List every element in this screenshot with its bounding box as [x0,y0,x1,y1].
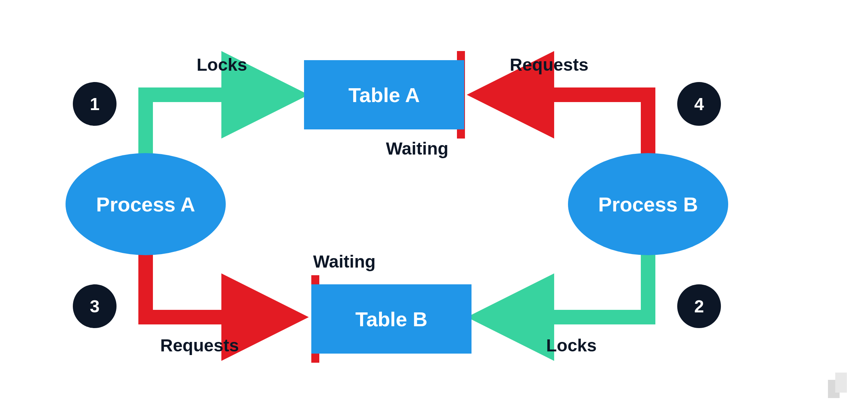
process-a-label: Process A [96,192,195,216]
step-2-label: 2 [694,296,704,316]
step-2: 2 [677,284,721,328]
table-b-label: Table B [355,307,427,331]
step-3: 3 [73,284,117,328]
process-b: Process B [568,153,728,255]
svg-rect-1 [835,373,847,393]
label-locks-bottom: Locks [546,335,597,355]
process-b-label: Process B [598,192,698,216]
label-requests-top: Requests [510,55,588,75]
table-a-label: Table A [348,83,420,107]
table-b: Table B [311,284,472,354]
label-requests-bottom: Requests [160,335,239,355]
label-locks-top: Locks [197,55,247,75]
label-waiting-top: Waiting [386,139,449,159]
deadlock-diagram: Table A Table B Process A Process B 1 2 … [0,0,868,409]
step-4: 4 [677,82,721,126]
process-a: Process A [66,153,226,255]
step-1: 1 [73,82,117,126]
arrow-requests-b [484,95,648,160]
arrow-locks-b [484,248,648,317]
label-waiting-bottom: Waiting [313,252,376,272]
logo-icon [828,373,853,398]
step-3-label: 3 [90,296,100,316]
table-a: Table A [304,60,464,129]
step-4-label: 4 [694,94,704,114]
arrow-locks-a [146,95,291,160]
step-1-label: 1 [90,94,100,114]
arrow-requests-a [146,248,291,317]
